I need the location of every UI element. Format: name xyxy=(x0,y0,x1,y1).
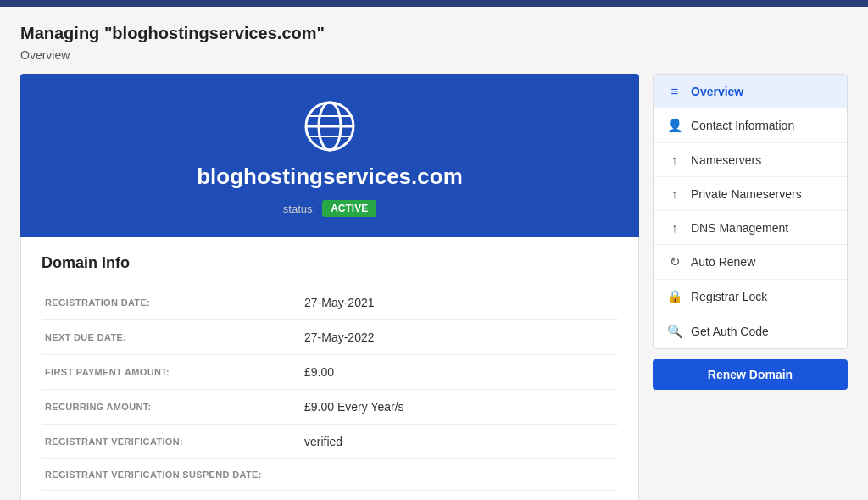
private-nameservers-icon: ↑ xyxy=(667,186,682,201)
sidebar-menu: ≡Overview👤Contact Information↑Nameserver… xyxy=(653,74,848,349)
row-value: £9.00 xyxy=(301,355,618,390)
sidebar-item-label: Overview xyxy=(691,85,743,98)
domain-info-title: Domain Info xyxy=(42,254,618,272)
domain-name: bloghostingservices.com xyxy=(197,164,463,190)
sidebar-item-label: Registrar Lock xyxy=(691,290,767,303)
nameservers-icon: ↑ xyxy=(667,153,682,167)
row-label: SUBSCRIPTION: xyxy=(42,491,301,501)
row-label: REGISTRATION DATE: xyxy=(42,286,301,320)
sidebar-item-label: Auto Renew xyxy=(691,255,755,269)
sidebar-item-label: Contact Information xyxy=(691,119,794,132)
domain-info-card: Domain Info REGISTRATION DATE:27-May-202… xyxy=(20,237,639,500)
table-row: REGISTRANT VERIFICATION:verified xyxy=(42,425,618,459)
row-value: 27-May-2022 xyxy=(301,320,618,355)
table-row: FIRST PAYMENT AMOUNT:£9.00 xyxy=(42,355,618,390)
table-row: RECURRING AMOUNT:£9.00 Every Year/s xyxy=(42,390,618,425)
info-table: REGISTRATION DATE:27-May-2021NEXT DUE DA… xyxy=(42,286,618,500)
sidebar-item-auto-renew[interactable]: ↻Auto Renew xyxy=(654,245,847,280)
sidebar-item-label: DNS Management xyxy=(691,221,788,235)
row-label: FIRST PAYMENT AMOUNT: xyxy=(42,355,301,390)
table-row: NEXT DUE DATE:27-May-2022 xyxy=(42,320,618,355)
globe-icon xyxy=(303,99,357,153)
breadcrumb: Overview xyxy=(20,48,848,62)
auto-renew-icon: ↻ xyxy=(667,254,682,269)
sidebar-item-nameservers[interactable]: ↑Nameservers xyxy=(654,143,847,177)
registrar-lock-icon: 🔒 xyxy=(667,289,682,304)
sidebar-item-private-nameservers[interactable]: ↑Private Nameservers xyxy=(654,177,847,211)
status-label: status: xyxy=(283,203,315,215)
sidebar-item-contact-information[interactable]: 👤Contact Information xyxy=(654,108,847,143)
dns-management-icon: ↑ xyxy=(667,220,682,235)
get-auth-code-icon: 🔍 xyxy=(667,324,682,339)
row-label: RECURRING AMOUNT: xyxy=(42,390,301,425)
sidebar-item-overview[interactable]: ≡Overview xyxy=(654,75,847,108)
status-badge: ACTIVE xyxy=(322,200,376,217)
row-label: NEXT DUE DATE: xyxy=(42,320,301,355)
row-value xyxy=(301,459,618,491)
overview-icon: ≡ xyxy=(667,84,682,98)
contact-information-icon: 👤 xyxy=(667,118,682,133)
table-row: REGISTRATION DATE:27-May-2021 xyxy=(42,286,618,320)
content-area: bloghostingservices.com status: ACTIVE D… xyxy=(20,74,639,500)
sidebar-item-label: Get Auth Code xyxy=(691,325,769,338)
sidebar-item-label: Private Nameservers xyxy=(691,187,802,201)
sidebar-item-dns-management[interactable]: ↑DNS Management xyxy=(654,211,847,245)
sidebar: ≡Overview👤Contact Information↑Nameserver… xyxy=(653,74,848,390)
sidebar-item-label: Nameservers xyxy=(691,153,761,167)
row-value: verified xyxy=(301,425,618,459)
domain-hero: bloghostingservices.com status: ACTIVE xyxy=(20,74,639,237)
page-wrapper: Managing "bloghostingservices.com" Overv… xyxy=(0,7,868,500)
page-title: Managing "bloghostingservices.com" xyxy=(20,24,848,43)
table-row: SUBSCRIPTION: xyxy=(42,491,618,501)
top-bar xyxy=(0,0,868,7)
row-value: 27-May-2021 xyxy=(301,286,618,320)
status-row: status: ACTIVE xyxy=(283,200,376,217)
row-value xyxy=(301,491,618,501)
sidebar-item-registrar-lock[interactable]: 🔒Registrar Lock xyxy=(654,280,847,314)
renew-domain-button[interactable]: Renew Domain xyxy=(653,359,848,390)
row-label: REGISTRANT VERIFICATION SUSPEND DATE: xyxy=(42,459,301,491)
main-layout: bloghostingservices.com status: ACTIVE D… xyxy=(20,74,848,500)
row-value: £9.00 Every Year/s xyxy=(301,390,618,425)
table-row: REGISTRANT VERIFICATION SUSPEND DATE: xyxy=(42,459,618,491)
row-label: REGISTRANT VERIFICATION: xyxy=(42,425,301,459)
sidebar-item-get-auth-code[interactable]: 🔍Get Auth Code xyxy=(654,314,847,348)
